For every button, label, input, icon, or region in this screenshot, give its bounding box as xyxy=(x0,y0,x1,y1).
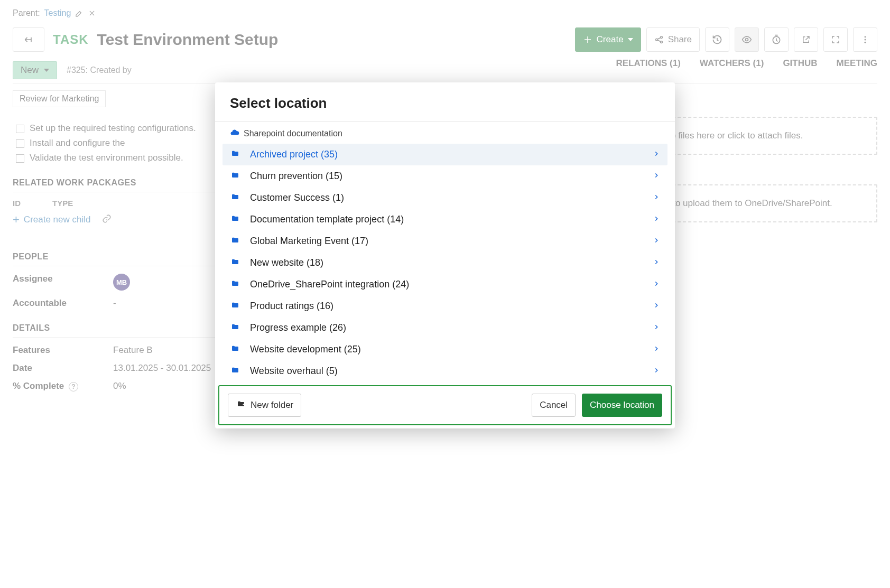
folder-name: Website development (25) xyxy=(250,344,643,355)
folder-icon xyxy=(230,236,240,246)
chevron-right-icon xyxy=(653,150,660,159)
choose-location-button[interactable]: Choose location xyxy=(582,394,662,417)
folder-icon xyxy=(230,258,240,268)
chevron-right-icon xyxy=(653,345,660,354)
folder-name: Progress example (26) xyxy=(250,322,643,333)
folder-row[interactable]: Global Marketing Event (17) xyxy=(222,230,668,252)
folder-icon xyxy=(230,193,240,203)
folder-row[interactable]: OneDrive_SharePoint integration (24) xyxy=(222,274,668,295)
chevron-right-icon xyxy=(653,215,660,224)
folder-row[interactable]: Archived project (35) xyxy=(222,144,668,165)
folder-row[interactable]: Product ratings (16) xyxy=(222,295,668,317)
folder-row[interactable]: New website (18) xyxy=(222,252,668,274)
folder-row[interactable]: Website overhaul (5) xyxy=(222,360,668,382)
folder-icon xyxy=(230,171,240,181)
chevron-right-icon xyxy=(653,193,660,202)
chevron-right-icon xyxy=(653,367,660,376)
breadcrumb-text: Sharepoint documentation xyxy=(244,129,342,138)
cancel-button[interactable]: Cancel xyxy=(532,394,576,417)
chevron-right-icon xyxy=(653,237,660,246)
folder-row[interactable]: Website development (25) xyxy=(222,339,668,360)
chevron-right-icon xyxy=(653,280,660,289)
folder-icon xyxy=(230,301,240,311)
folder-plus-icon xyxy=(236,400,246,411)
folder-name: Churn prevention (15) xyxy=(250,171,643,182)
folder-name: Customer Success (1) xyxy=(250,192,643,203)
folder-name: Documentation template project (14) xyxy=(250,214,643,225)
folder-name: Product ratings (16) xyxy=(250,301,643,312)
cloud-icon xyxy=(230,128,239,139)
folder-name: Archived project (35) xyxy=(250,149,643,160)
folder-icon xyxy=(230,344,240,354)
folder-icon xyxy=(230,214,240,225)
folder-icon xyxy=(230,150,240,160)
cancel-label: Cancel xyxy=(540,400,568,410)
folder-row[interactable]: Churn prevention (15) xyxy=(222,165,668,187)
choose-label: Choose location xyxy=(590,400,654,410)
folder-name: New website (18) xyxy=(250,257,643,268)
folder-row[interactable]: Documentation template project (14) xyxy=(222,209,668,230)
folder-row[interactable]: Progress example (26) xyxy=(222,317,668,339)
folder-name: OneDrive_SharePoint integration (24) xyxy=(250,279,643,290)
select-location-modal: Select location Sharepoint documentation… xyxy=(215,82,675,428)
new-folder-button[interactable]: New folder xyxy=(228,394,301,417)
folder-icon xyxy=(230,279,240,290)
folder-name: Website overhaul (5) xyxy=(250,366,643,377)
chevron-right-icon xyxy=(653,323,660,332)
folder-icon xyxy=(230,366,240,376)
modal-title: Select location xyxy=(230,95,660,111)
folder-icon xyxy=(230,323,240,333)
chevron-right-icon xyxy=(653,258,660,267)
folder-row[interactable]: Customer Success (1) xyxy=(222,187,668,209)
folder-name: Global Marketing Event (17) xyxy=(250,236,643,247)
new-folder-label: New folder xyxy=(251,400,293,410)
chevron-right-icon xyxy=(653,302,660,311)
breadcrumb[interactable]: Sharepoint documentation xyxy=(215,122,675,144)
chevron-right-icon xyxy=(653,172,660,181)
